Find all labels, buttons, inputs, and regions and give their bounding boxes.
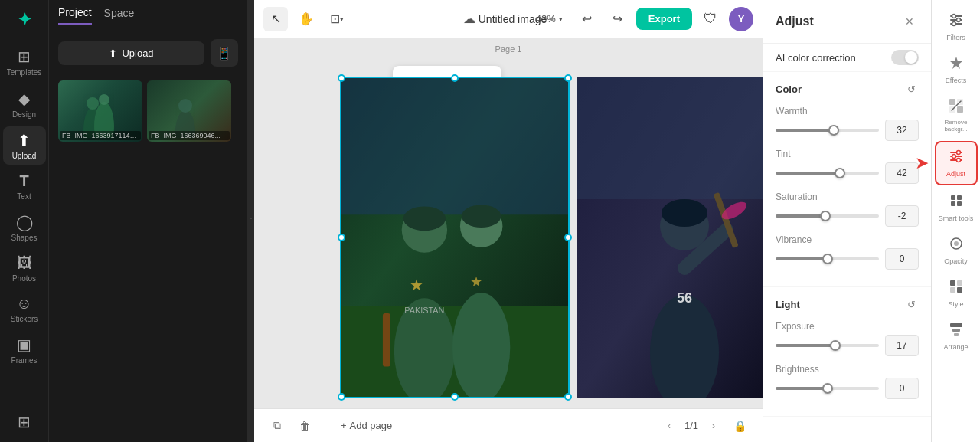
warmth-track[interactable] [776, 129, 879, 132]
adjust-panel: Adjust ✕ AI color correction Color ↺ War… [763, 0, 931, 442]
text-icon: T [19, 172, 28, 190]
tint-value[interactable]: 42 [885, 162, 919, 184]
brightness-value[interactable]: 0 [885, 378, 919, 399]
ai-color-toggle[interactable] [891, 50, 919, 65]
handle-tl[interactable] [338, 74, 345, 82]
right-tool-arrange[interactable]: Arrange [935, 316, 978, 357]
project-title-btn[interactable]: ☁ Untitled image ▾ [457, 7, 560, 31]
image-thumb-label-1: FB_IMG_16639171142... [60, 131, 141, 140]
sidebar-item-design[interactable]: ◆ Design [3, 85, 46, 123]
vibrance-track[interactable] [776, 257, 879, 260]
right-tool-remove-bg[interactable]: Removebackgr... [935, 92, 978, 139]
toolbar-center: ☁ Untitled image ▾ [457, 7, 560, 31]
exposure-control: 17 [776, 335, 919, 356]
title-caret-icon: ▾ [550, 15, 554, 23]
exposure-value[interactable]: 17 [885, 335, 919, 356]
adjust-close-button[interactable]: ✕ [900, 12, 919, 31]
tab-space[interactable]: Space [104, 7, 135, 24]
shield-button[interactable]: 🛡 [698, 7, 723, 31]
tint-thumb[interactable] [835, 168, 845, 178]
right-tool-style[interactable]: Style [935, 273, 978, 314]
frame-tool-button[interactable]: ⊡ ▾ [325, 7, 349, 31]
light-reset-button[interactable]: ↺ [903, 296, 919, 312]
exposure-track[interactable] [776, 344, 879, 347]
saturation-track[interactable] [776, 214, 879, 218]
next-page-button[interactable]: › [704, 417, 723, 435]
canvas-content[interactable]: Page 1 ⊡ ⊞ ⧉ ··· [254, 38, 763, 408]
tint-track[interactable] [776, 172, 879, 175]
handle-br[interactable] [564, 393, 572, 401]
delete-page-btn[interactable]: 🗑 [294, 415, 315, 437]
tab-project[interactable]: Project [58, 6, 92, 25]
sidebar-item-text[interactable]: T Text [3, 168, 46, 205]
photos-icon: 🖼 [17, 254, 32, 272]
warmth-thumb[interactable] [828, 125, 839, 136]
image-thumb-1[interactable]: FB_IMG_16639171142... [58, 80, 142, 142]
user-avatar[interactable]: Y [729, 7, 753, 31]
sidebar-item-label-shapes: Shapes [11, 234, 38, 242]
sidebar-item-stickers[interactable]: ☺ Stickers [3, 290, 46, 328]
sidebar-item-shapes[interactable]: ◯ Shapes [3, 208, 46, 247]
color-section-title: Color [776, 83, 802, 95]
prev-page-button[interactable]: ‹ [660, 417, 678, 435]
handle-bm[interactable] [451, 393, 459, 401]
color-section-header: Color ↺ [776, 81, 919, 97]
handle-ml[interactable] [338, 234, 345, 241]
vibrance-thumb[interactable] [822, 254, 833, 264]
add-page-button[interactable]: + Add page [335, 417, 398, 434]
saturation-slider-row: Saturation -2 [776, 192, 919, 227]
handle-tr[interactable] [564, 74, 572, 82]
sidebar-item-templates[interactable]: ⊞ Templates [3, 43, 46, 82]
add-page-icon: + [341, 420, 347, 431]
undo-button[interactable]: ↩ [575, 7, 599, 31]
saturation-value[interactable]: -2 [885, 205, 919, 227]
lock-button[interactable]: 🔒 [729, 415, 750, 437]
handle-tm[interactable] [451, 74, 459, 82]
svg-point-3 [99, 94, 109, 105]
select-tool-button[interactable]: ↖ [263, 7, 288, 31]
redo-button[interactable]: ↪ [606, 7, 630, 31]
panel-resize-handle[interactable]: ⋮ [248, 0, 254, 442]
hand-tool-button[interactable]: ✋ [294, 7, 318, 31]
right-tool-sidebar: Filters Effects Removebackgr... [931, 0, 980, 442]
toolbar-left: ↖ ✋ ⊡ ▾ [263, 7, 349, 31]
handle-bl[interactable] [338, 393, 345, 401]
warmth-slider-row: Warmth 32 [776, 106, 919, 141]
hand-tool-icon: ✋ [299, 11, 314, 26]
exposure-thumb[interactable] [830, 340, 841, 351]
adjust-panel-header: Adjust ✕ [763, 0, 931, 44]
brightness-thumb[interactable] [822, 383, 833, 394]
warmth-value[interactable]: 32 [885, 120, 919, 141]
second-image[interactable]: 56 [577, 77, 763, 398]
vibrance-value[interactable]: 0 [885, 248, 919, 270]
image-thumb-label-2: FB_IMG_166369046... [149, 131, 230, 140]
phone-button[interactable]: 📱 [211, 39, 238, 67]
svg-point-33 [952, 22, 956, 26]
upload-button[interactable]: ⬆ Upload [58, 41, 204, 65]
saturation-thumb[interactable] [820, 211, 831, 221]
image-thumb-2[interactable]: FB_IMG_166369046... [147, 80, 231, 142]
light-section: Light ↺ Exposure 17 Brightness 0 [763, 287, 931, 417]
svg-point-43 [956, 150, 960, 154]
brightness-track[interactable] [776, 387, 879, 390]
grid-icon: ⊞ [18, 413, 31, 431]
svg-point-13 [403, 206, 446, 231]
right-tool-smart-tools[interactable]: Smart tools [935, 187, 978, 228]
sidebar-item-upload[interactable]: ⬆ Upload [3, 126, 46, 165]
right-tool-opacity[interactable]: Opacity [935, 230, 978, 271]
sidebar-item-photos[interactable]: 🖼 Photos [3, 250, 46, 287]
right-tool-adjust[interactable]: Adjust ➤ [935, 141, 978, 185]
duplicate-page-btn[interactable]: ⧉ [266, 415, 288, 437]
right-tool-filters[interactable]: Filters [935, 6, 978, 47]
selected-image[interactable]: ★ ★ PAKISTAN [340, 77, 570, 398]
remove-bg-icon [949, 98, 964, 117]
sidebar-item-grid[interactable]: ⊞ [3, 408, 46, 436]
sidebar-item-frames[interactable]: ▣ Frames [3, 331, 46, 369]
export-button[interactable]: Export [636, 8, 692, 30]
canva-logo[interactable]: ✦ [11, 6, 38, 34]
tools-panel: Project Space ⬆ Upload 📱 FB_IMG_16639171… [49, 0, 248, 442]
svg-point-14 [462, 205, 501, 228]
handle-mr[interactable] [564, 234, 572, 241]
color-reset-button[interactable]: ↺ [903, 81, 919, 97]
right-tool-effects[interactable]: Effects [935, 49, 978, 90]
